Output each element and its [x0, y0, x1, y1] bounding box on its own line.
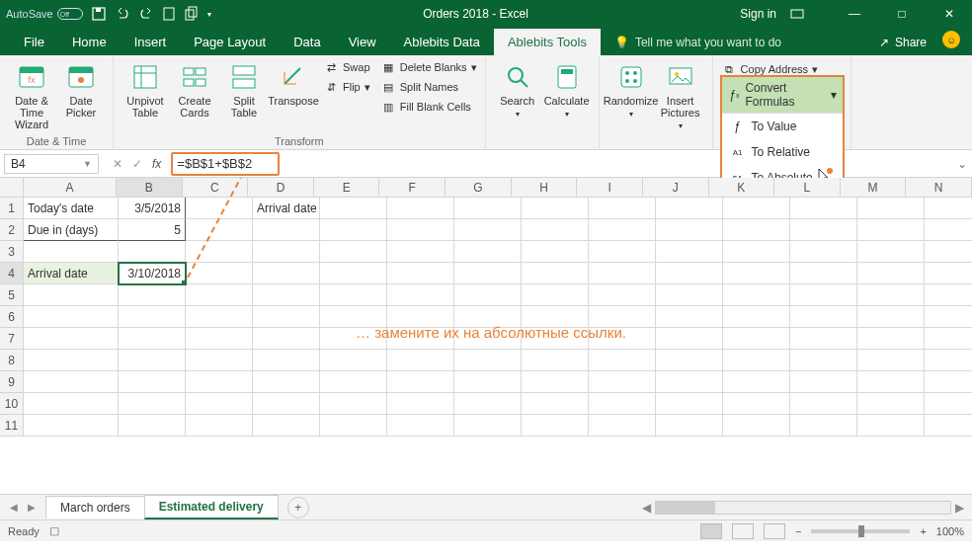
row-header[interactable]: 8 — [0, 350, 24, 371]
cell[interactable] — [857, 393, 925, 415]
cell[interactable] — [186, 328, 253, 350]
cell[interactable] — [253, 306, 320, 328]
tab-ablebits-data[interactable]: Ablebits Data — [390, 29, 494, 55]
cell[interactable] — [253, 371, 320, 393]
col-header[interactable]: L — [774, 178, 841, 198]
zoom-in-button[interactable]: + — [920, 525, 926, 537]
cell[interactable] — [656, 328, 723, 350]
cell[interactable] — [522, 198, 589, 219]
flip-button[interactable]: ⇵Flip ▾ — [323, 79, 370, 95]
zoom-slider[interactable] — [811, 529, 910, 533]
cell[interactable] — [589, 284, 656, 306]
formula-input[interactable]: =$B$1+$B$2 — [171, 153, 952, 175]
cell[interactable] — [589, 415, 656, 437]
cell[interactable] — [656, 263, 723, 284]
cell[interactable] — [387, 241, 454, 263]
cell[interactable] — [24, 371, 119, 393]
tab-home[interactable]: Home — [58, 29, 121, 55]
cell[interactable] — [119, 306, 186, 328]
cell[interactable] — [790, 219, 857, 241]
cell[interactable] — [589, 371, 656, 393]
cell[interactable] — [387, 415, 454, 437]
sheet-nav-next[interactable]: ▶ — [28, 502, 45, 513]
cell[interactable] — [723, 393, 790, 415]
cell[interactable] — [723, 306, 790, 328]
split-table-button[interactable]: Split Table — [220, 59, 268, 119]
cell[interactable] — [387, 284, 454, 306]
cell[interactable]: Arrival date — [24, 263, 119, 284]
cell[interactable] — [925, 393, 972, 415]
cell[interactable] — [857, 415, 925, 437]
tab-insert[interactable]: Insert — [121, 29, 181, 55]
cell[interactable] — [589, 263, 656, 284]
cell[interactable] — [925, 241, 972, 263]
cell[interactable] — [925, 415, 972, 437]
cell[interactable] — [925, 284, 972, 306]
col-header[interactable]: K — [709, 178, 775, 198]
fx-icon[interactable]: fx — [152, 157, 161, 171]
view-page-layout-icon[interactable] — [732, 523, 754, 539]
cell[interactable] — [119, 350, 186, 371]
cell[interactable] — [119, 415, 186, 437]
cell[interactable] — [522, 284, 589, 306]
scrollbar-thumb[interactable] — [656, 502, 715, 514]
insert-pictures-button[interactable]: Insert Pictures▾ — [657, 59, 704, 132]
cell[interactable] — [522, 263, 589, 284]
qat-copy-icon[interactable] — [184, 6, 200, 22]
cell-selected[interactable]: 3/10/2018 — [119, 263, 186, 284]
cell[interactable] — [589, 241, 656, 263]
cell[interactable] — [24, 415, 119, 437]
cell[interactable] — [320, 284, 387, 306]
save-icon[interactable] — [91, 6, 107, 22]
cell[interactable] — [857, 306, 925, 328]
sheet-nav-prev[interactable]: ◀ — [0, 502, 28, 513]
tell-me[interactable]: 💡 Tell me what you want to do — [614, 36, 781, 55]
cell[interactable] — [454, 284, 522, 306]
row-header[interactable]: 9 — [0, 371, 24, 393]
cell[interactable] — [656, 371, 723, 393]
col-header[interactable]: H — [512, 178, 578, 198]
redo-icon[interactable] — [138, 6, 154, 22]
row-header[interactable]: 2 — [0, 219, 24, 241]
cell[interactable] — [454, 263, 522, 284]
col-header[interactable]: J — [643, 178, 709, 198]
view-page-break-icon[interactable] — [764, 523, 785, 539]
cell[interactable] — [790, 415, 857, 437]
cell[interactable] — [522, 393, 589, 415]
cell[interactable] — [253, 350, 320, 371]
zoom-level[interactable]: 100% — [936, 525, 964, 537]
cell[interactable] — [253, 393, 320, 415]
tab-ablebits-tools[interactable]: Ablebits Tools — [494, 29, 601, 55]
cell[interactable] — [723, 415, 790, 437]
sign-in-link[interactable]: Sign in — [740, 7, 776, 21]
cell[interactable] — [790, 328, 857, 350]
cell[interactable] — [656, 198, 723, 219]
row-header[interactable]: 11 — [0, 415, 24, 437]
share-button[interactable]: ↗ Share — [867, 30, 938, 55]
horizontal-scrollbar[interactable]: ◀ ▶ — [309, 501, 972, 515]
cell[interactable] — [320, 415, 387, 437]
cell[interactable] — [656, 219, 723, 241]
cell[interactable] — [790, 284, 857, 306]
cell[interactable] — [454, 219, 522, 241]
col-header[interactable]: E — [314, 178, 380, 198]
row-header[interactable]: 7 — [0, 328, 24, 350]
cell[interactable] — [24, 241, 119, 263]
cell[interactable] — [186, 219, 253, 241]
cell[interactable] — [253, 219, 320, 241]
cell[interactable] — [656, 241, 723, 263]
row-header[interactable]: 6 — [0, 306, 24, 328]
cell[interactable] — [186, 306, 253, 328]
cell[interactable] — [656, 306, 723, 328]
cell[interactable] — [253, 415, 320, 437]
cell[interactable] — [253, 328, 320, 350]
enter-formula-icon[interactable]: ✓ — [132, 157, 142, 171]
cell[interactable] — [454, 371, 522, 393]
cell[interactable] — [320, 219, 387, 241]
cell[interactable] — [790, 393, 857, 415]
calculate-button[interactable]: Calculate▾ — [543, 59, 591, 120]
cell[interactable] — [857, 284, 925, 306]
unpivot-button[interactable]: Unpivot Table — [122, 59, 169, 119]
cell[interactable] — [119, 371, 186, 393]
cell[interactable] — [656, 284, 723, 306]
